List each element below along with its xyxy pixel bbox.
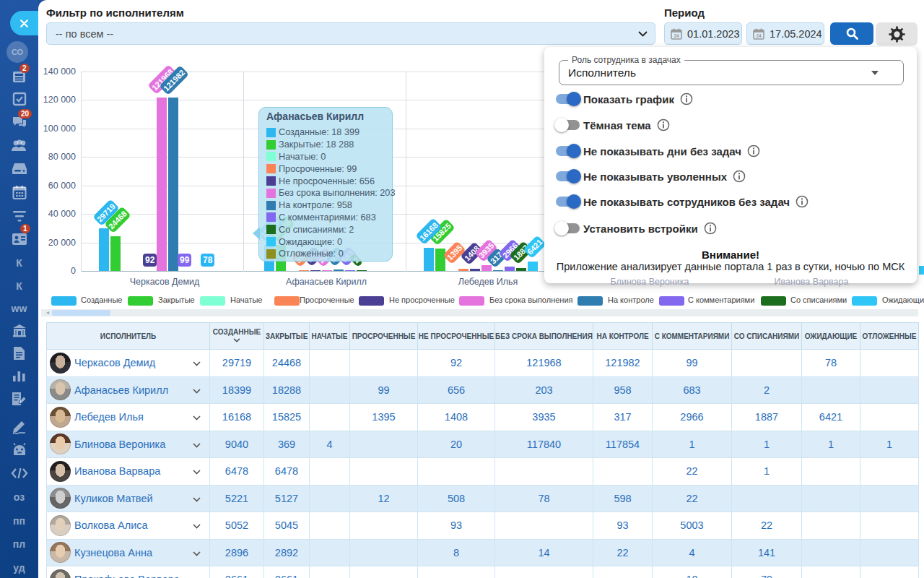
svg-text:24: 24 (756, 33, 762, 38)
svg-text:24: 24 (674, 33, 679, 38)
